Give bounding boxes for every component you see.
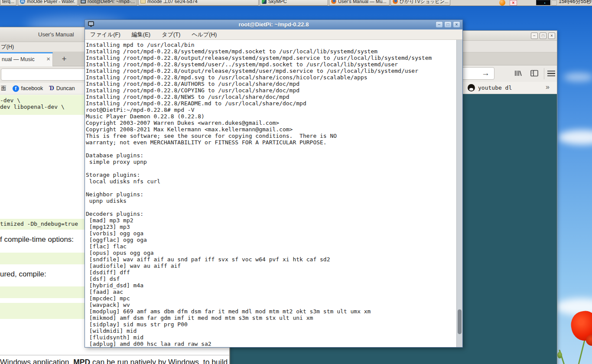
paragraph-bold-text: MPD — [73, 358, 90, 364]
menu-file[interactable]: ファイル(F) — [90, 31, 120, 39]
terminal-line: [dsdiff] dff — [86, 269, 456, 276]
bookmarks-overflow-chevron[interactable]: » — [546, 83, 550, 91]
terminal-output: Installing mpd to /usr/local/binInstalli… — [86, 42, 456, 347]
close-button[interactable]: × — [453, 21, 460, 28]
firefox-icon — [331, 0, 336, 4]
terminal-line — [86, 146, 456, 152]
terminal-line: Installing /root/mpd-0.22.8/README.md to… — [86, 100, 456, 107]
terminal-line: [opus] opus ogg oga — [86, 250, 456, 256]
section-divider — [0, 355, 229, 355]
window-title: root@DietPi: ~/mpd-0.22.8 — [85, 21, 462, 28]
taskbar-button-skympc[interactable]: SkyMPC — [260, 0, 328, 6]
bookmark-duncan[interactable]: Ɗ Duncan — [49, 85, 75, 92]
terminal-line: Installing /root/mpd-0.22.8/systemd/syst… — [86, 48, 456, 55]
taskbar-button-terminal[interactable]: root@DietPi: ~/mpd-... — [78, 0, 137, 6]
screen-preview-icon[interactable] — [536, 0, 550, 5]
sidebar-icon[interactable] — [530, 69, 539, 79]
tray-pale-icon[interactable] — [551, 0, 557, 6]
terminal-line: upnp udisks — [86, 198, 456, 204]
window-title: User's Manual — [38, 31, 74, 38]
terminal-line: [mpcdec] mpc — [86, 295, 456, 302]
mail-icon[interactable]: × — [510, 0, 517, 6]
terminal-line — [86, 165, 456, 172]
terminal-line: [faad] aac — [86, 289, 456, 295]
terminal-line: [wavpack] wv — [86, 302, 456, 308]
paragraph: Windows application, MPD can be run nati… — [0, 358, 228, 364]
terminal-line: local udisks nfs curl — [86, 178, 456, 185]
taskbar-clock: 15時46分55秒 — [559, 0, 592, 5]
terminal-menu-bar: ファイル(F) 編集(E) タブ(T) ヘルプ(H) — [85, 29, 462, 40]
cloud — [563, 73, 592, 81]
taskbar-button-hikari-tv[interactable]: ひかりTVショッピン... — [390, 0, 450, 6]
terminal-line: warranty; not even MERCHANTABILITY or FI… — [86, 139, 456, 146]
minimize-button[interactable]: − — [531, 32, 538, 39]
poppy-bud — [557, 352, 562, 358]
taskbar-button-moode-player[interactable]: m moOde Player - Water... — [18, 0, 78, 6]
bookmark-label: facebook — [21, 85, 43, 91]
terminal-line: [flac] flac — [86, 243, 456, 250]
terminal-line: Installing /root/mpd-0.22.8/AUTHORS to /… — [86, 81, 456, 87]
terminal-window: root@DietPi: ~/mpd-0.22.8 − □ × ファイル(F) … — [85, 20, 463, 348]
terminal-line: Installing /root/mpd-0.22.8/mpd.svg to /… — [86, 74, 456, 81]
terminal-line: Installing /root/mpd-0.22.8/NEWS to /usr… — [86, 94, 456, 100]
terminal-line: [vorbis] ogg oga — [86, 230, 456, 237]
terminal-line: [mikmod] amf dsm far gdm imf it med mod … — [86, 315, 456, 321]
flower-stem — [577, 338, 586, 364]
terminal-line: [sndfile] wav aiff aif au snd paf iff sv… — [86, 256, 456, 263]
paragraph: ured, compile: — [0, 270, 46, 279]
terminal-line: root@DietPi:~/mpd-0.22.8# mpd -V — [86, 107, 456, 113]
terminal-line: [wildmidi] mid — [86, 328, 456, 334]
terminal-line — [86, 185, 456, 191]
terminal-icon — [81, 0, 86, 3]
taskbar: terq... m moOde Player - Water... root@D… — [0, 0, 592, 6]
terminal-line: Installing /root/mpd-0.22.8/output/relea… — [86, 55, 456, 61]
maximize-button[interactable]: □ — [540, 32, 546, 39]
new-tab-button[interactable]: + — [58, 54, 70, 65]
paragraph: f compile-time options: — [0, 235, 74, 244]
menu-edit[interactable]: 編集(E) — [132, 31, 150, 39]
scrollbar[interactable] — [456, 40, 462, 347]
moode-icon: m — [20, 0, 25, 4]
bookmark-youtube-dl[interactable]: youtube dl — [478, 84, 512, 91]
terminal-line: Copyright 2008-2021 Max Kellermann <max.… — [86, 126, 456, 133]
taskbar-button-users-manual[interactable]: User's Manual — Mu... — [329, 0, 390, 6]
terminal-titlebar[interactable]: root@DietPi: ~/mpd-0.22.8 − □ × — [85, 20, 462, 29]
go-arrow-icon[interactable]: → — [481, 68, 490, 78]
menu-help[interactable]: ヘルプ(H) — [192, 31, 217, 39]
terminal-line: Music Player Daemon 0.22.8 (0.22.8) — [86, 113, 456, 120]
taskbar-button-moode-drive[interactable]: moode 工07 6e24-5d74 — [138, 0, 259, 6]
terminal-line: [fluidsynth] mid — [86, 334, 456, 341]
bookmark-facebook[interactable]: f facebook — [13, 85, 43, 92]
library-icon[interactable] — [514, 69, 523, 79]
terminal-line: Installing /root/mpd-0.22.8/output/relea… — [86, 68, 456, 74]
bookmark-label: 面 — [1, 85, 7, 92]
facebook-icon: f — [13, 85, 19, 92]
menu-icon[interactable] — [547, 71, 555, 76]
paragraph-text: Windows application, — [0, 358, 73, 364]
close-button[interactable]: × — [548, 32, 555, 39]
terminal-line: simple proxy upnp — [86, 159, 456, 165]
tab-close-icon[interactable]: × — [46, 55, 50, 62]
help-menu[interactable]: プ(H) — [1, 43, 14, 51]
terminal-line: [audiofile] wav au aiff aif — [86, 263, 456, 269]
terminal-line: [dsf] dsf — [86, 276, 456, 282]
taskbar-button-terq[interactable]: terq... — [0, 0, 16, 6]
bookmark-item[interactable]: 面 — [1, 85, 7, 92]
maximize-button[interactable]: □ — [444, 21, 452, 28]
tab-users-manual[interactable]: nual — Music × — [0, 52, 53, 66]
terminal-line: Decoders plugins: — [86, 211, 456, 217]
terminal-line: [adplug] amd d00 hsc laa rad raw sa2 — [86, 341, 456, 347]
github-icon[interactable] — [468, 84, 475, 91]
terminal-line: [oggflac] ogg oga — [86, 237, 456, 243]
duncan-icon: Ɗ — [49, 85, 54, 92]
paragraph-text: can be run natively by Windows, to build — [90, 358, 228, 364]
menu-tabs[interactable]: タブ(T) — [162, 31, 180, 39]
minimize-button[interactable]: − — [436, 21, 443, 28]
scrollbar-thumb[interactable] — [458, 309, 462, 334]
terminal-line: [modplug] 669 amf ams dbm dfm dsm far it… — [86, 308, 456, 315]
tray-orange-icon[interactable] — [499, 0, 505, 6]
terminal-line — [86, 204, 456, 211]
terminal-line: Database plugins: — [86, 152, 456, 159]
terminal-line: This is free software; see the source fo… — [86, 133, 456, 139]
firefox-icon — [393, 0, 398, 4]
